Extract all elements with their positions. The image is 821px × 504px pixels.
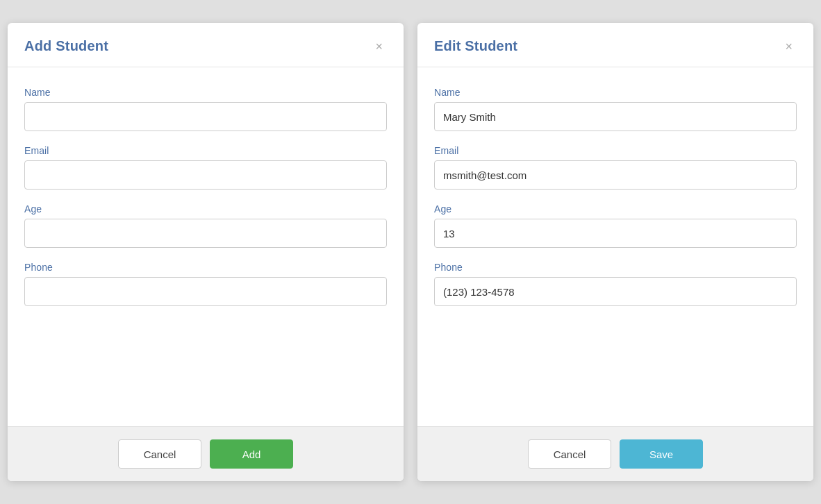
edit-dialog-body: Name Email Age Phone [417,67,813,426]
add-dialog-header: Add Student × [8,23,404,67]
add-dialog-body: Name Email Age Phone [8,67,404,426]
edit-email-group: Email [434,145,797,190]
add-student-dialog: Add Student × Name Email Age Phone [8,23,404,481]
edit-dialog-footer: Cancel Save [417,426,813,481]
edit-age-label: Age [434,203,797,215]
add-dialog-close-button[interactable]: × [371,39,387,54]
edit-dialog-header: Edit Student × [417,23,813,67]
edit-phone-label: Phone [434,262,797,273]
edit-save-button[interactable]: Save [620,439,703,469]
edit-dialog-title: Edit Student [434,38,517,54]
edit-email-input[interactable] [434,160,797,190]
add-email-input[interactable] [24,160,387,190]
add-dialog-title: Add Student [24,38,108,54]
add-phone-label: Phone [24,262,387,273]
edit-age-input[interactable] [434,219,797,248]
edit-phone-group: Phone [434,262,797,306]
edit-dialog-close-button[interactable]: × [781,39,797,54]
add-age-label: Age [24,203,387,215]
edit-cancel-button[interactable]: Cancel [528,439,611,469]
edit-name-label: Name [434,87,797,98]
add-name-label: Name [24,87,387,98]
edit-name-input[interactable] [434,102,797,131]
add-name-group: Name [24,87,387,131]
add-phone-group: Phone [24,262,387,306]
dialogs-wrapper: Add Student × Name Email Age Phone [0,9,821,495]
edit-phone-input[interactable] [434,277,797,306]
add-email-label: Email [24,145,387,156]
page-container: Add Student × Name Email Age Phone [0,0,821,504]
add-age-input[interactable] [24,219,387,248]
add-email-group: Email [24,145,387,190]
edit-email-label: Email [434,145,797,156]
add-age-group: Age [24,203,387,248]
add-phone-input[interactable] [24,277,387,306]
edit-name-group: Name [434,87,797,131]
add-name-input[interactable] [24,102,387,131]
add-dialog-footer: Cancel Add [8,426,404,481]
edit-age-group: Age [434,203,797,248]
add-submit-button[interactable]: Add [210,439,293,469]
add-cancel-button[interactable]: Cancel [118,439,201,469]
edit-student-dialog: Edit Student × Name Email Age Phone [417,23,813,481]
